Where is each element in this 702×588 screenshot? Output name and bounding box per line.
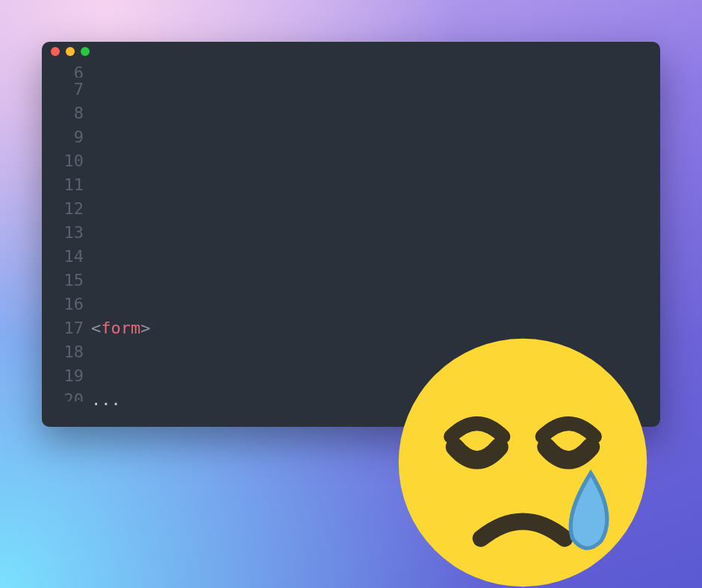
line-number: 10 bbox=[42, 149, 84, 173]
window-titlebar bbox=[42, 42, 660, 61]
line-number: 18 bbox=[42, 340, 84, 364]
line-number-gutter: 6 7 8 9 10 11 12 13 14 15 16 17 18 19 20 bbox=[42, 61, 91, 427]
line-number: 14 bbox=[42, 245, 84, 269]
line-number: 9 bbox=[42, 125, 84, 149]
line-number: 19 bbox=[42, 364, 84, 388]
line-number: 20 bbox=[42, 388, 84, 401]
window-close-icon[interactable] bbox=[51, 47, 60, 56]
window-minimize-icon[interactable] bbox=[66, 47, 75, 56]
sad-emoji-icon bbox=[392, 332, 653, 588]
line-number: 11 bbox=[42, 173, 84, 197]
line-number: 15 bbox=[42, 269, 84, 293]
window-maximize-icon[interactable] bbox=[81, 47, 90, 56]
line-number: 17 bbox=[42, 316, 84, 340]
line-number: 7 bbox=[42, 78, 84, 101]
svg-point-0 bbox=[399, 339, 647, 587]
line-number: 6 bbox=[42, 61, 84, 78]
line-number: 16 bbox=[42, 293, 84, 316]
background: 6 7 8 9 10 11 12 13 14 15 16 17 18 19 20 bbox=[0, 0, 702, 588]
line-number: 8 bbox=[42, 101, 84, 125]
line-number: 12 bbox=[42, 197, 84, 221]
line-number: 13 bbox=[42, 221, 84, 245]
